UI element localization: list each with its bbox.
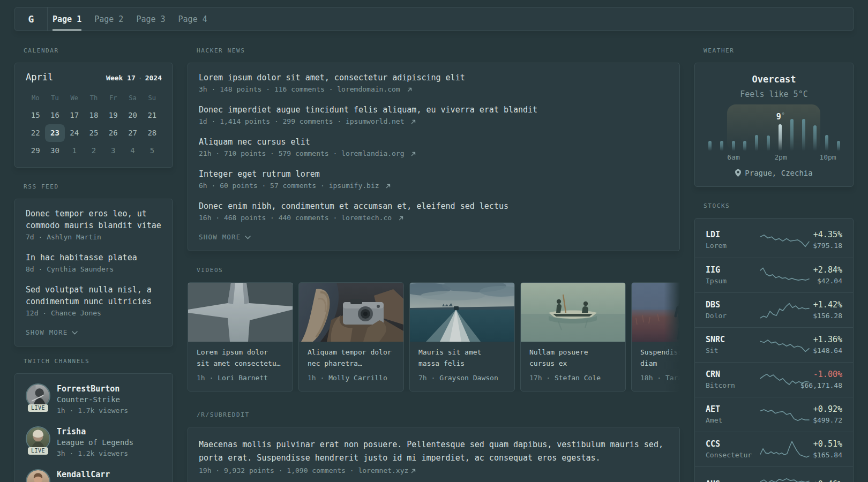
stock-sparkline	[759, 231, 811, 250]
video-author[interactable]: Grayson Dawson	[439, 374, 498, 382]
channel-game[interactable]: League of Legends	[57, 437, 133, 448]
video-author[interactable]: Lori Barnett	[218, 374, 268, 382]
stock-row[interactable]: DBSDolor+1.42%$156.28	[695, 292, 853, 327]
hacker-news-item-source[interactable]: ipsumify.biz	[329, 182, 379, 190]
twitch-channel[interactable]: LIVE KendallCarr	[26, 469, 162, 482]
post-title[interactable]: Maecenas mollis pulvinar erat non posuer…	[199, 438, 669, 465]
calendar-day: 20	[123, 107, 142, 124]
calendar-day: 22	[26, 124, 45, 142]
calendar-day-selected: 23	[45, 124, 64, 142]
channel-game[interactable]: Counter-Strike	[57, 394, 128, 405]
right-column: Weather Overcast Feels like 5°C 9° 6am2p…	[694, 47, 854, 482]
video-body: Mauris sit ametmassa felis 7h · Grayson …	[410, 342, 514, 391]
video-thumbnail[interactable]	[521, 283, 625, 342]
hacker-news-item-source[interactable]: loremdomain.com	[337, 85, 400, 93]
video-thumbnail[interactable]	[188, 283, 293, 342]
video-card[interactable]: Mauris sit ametmassa felis 7h · Grayson …	[409, 282, 515, 391]
video-meta: 17h · Stefan Cole	[529, 373, 617, 383]
avatar-wrap: LIVE	[26, 383, 50, 408]
middle-column: Hacker News Lorem ipsum dolor sit amet, …	[188, 47, 680, 482]
video-body: Aliquam tempor dolornec pharetra… 1h · M…	[299, 342, 403, 391]
hacker-news-item-title[interactable]: Aliquam nec cursus elit	[199, 136, 669, 148]
rss-card: Donec tempor eros leo, ut commodo mauris…	[14, 199, 173, 347]
stock-name: Dolor	[706, 311, 764, 321]
video-thumbnail[interactable]	[632, 283, 680, 342]
twitch-channel[interactable]: LIVE Trisha League of Legends 3h · 1.2k …	[26, 426, 162, 459]
stock-name: Amet	[706, 415, 764, 426]
calendar-week: Week 17	[106, 74, 136, 82]
external-link-icon	[411, 119, 416, 124]
stock-name: Bitcorn	[706, 380, 764, 391]
avatar-wrap: LIVE	[26, 469, 50, 482]
stock-row[interactable]: AHS+0.46%	[695, 466, 853, 482]
hacker-news-item-title[interactable]: Donec imperdiet augue tincidunt felis al…	[199, 104, 669, 116]
stock-row[interactable]: CRNBitcorn-1.00%$66,171.48	[695, 362, 853, 397]
calendar-day: 3	[103, 142, 123, 160]
tab-page-2[interactable]: Page 2	[94, 7, 123, 31]
calendar-widget: Calendar April Week 17·2024 MoTuWeThFrSa…	[14, 47, 173, 168]
weather-bar	[743, 141, 746, 151]
video-card[interactable]: Suspendissediam 18h · Tara	[631, 282, 680, 391]
weather-location[interactable]: Prague, Czechia	[695, 168, 853, 178]
stock-row[interactable]: SNRCSit+1.36%$148.64	[695, 327, 853, 362]
calendar-week-year: Week 17·2024	[106, 74, 162, 82]
left-column: Calendar April Week 17·2024 MoTuWeThFrSa…	[14, 47, 173, 482]
rss-item-title[interactable]: In hac habitasse platea	[26, 252, 162, 263]
post-source[interactable]: loremnet.xyz	[358, 466, 408, 475]
weather-chart: 9°	[695, 104, 853, 151]
channel-name[interactable]: KendallCarr	[57, 469, 110, 480]
hacker-news-item-source[interactable]: loremtech.co	[341, 214, 392, 222]
video-thumbnail[interactable]	[410, 283, 514, 342]
tab-page-4[interactable]: Page 4	[178, 7, 207, 31]
hacker-news-item-title[interactable]: Donec enim nibh, condimentum et accumsan…	[199, 200, 669, 212]
stock-row[interactable]: CCSConsectetur+0.51%$165.84	[695, 432, 853, 466]
rss-show-more[interactable]: Show more	[26, 328, 162, 337]
stock-row[interactable]: IIGIpsum+2.84%$42.04	[695, 258, 853, 292]
rss-item-title[interactable]: Sed volutpat nulla nisl, a condimentum n…	[26, 284, 162, 307]
video-thumbnail[interactable]	[299, 283, 403, 342]
hacker-news-item-meta: 3h · 148 points · 116 comments · loremdo…	[199, 84, 669, 95]
video-body: Nullam posuerecursus ex 17h · Stefan Col…	[521, 342, 625, 391]
avatar-image-trisha	[27, 427, 49, 450]
stock-row[interactable]: AETAmet+0.92%$499.72	[695, 397, 853, 432]
video-title[interactable]: Mauris sit ametmassa felis	[418, 347, 506, 369]
calendar-day: 1	[65, 142, 84, 160]
channel-name[interactable]: ForrestBurton	[57, 383, 128, 394]
calendar-weekday: Fr	[103, 93, 123, 107]
tab-page-3[interactable]: Page 3	[136, 7, 165, 31]
tab-page-1[interactable]: Page 1	[53, 7, 81, 31]
stock-row[interactable]: LDILorem+4.35%$795.18	[695, 223, 853, 258]
hacker-news-item-title[interactable]: Lorem ipsum dolor sit amet, consectetur …	[199, 72, 669, 84]
calendar-day: 30	[45, 142, 64, 160]
hacker-news-item-meta-text: 6h · 60 points · 57 comments ·	[199, 182, 325, 190]
stock-change: +0.46%	[813, 479, 842, 482]
video-author[interactable]: Tara	[665, 374, 680, 382]
weather-bar	[813, 125, 817, 151]
hacker-news-show-more[interactable]: Show more	[199, 232, 669, 242]
channel-meta: 1h · 1.7k viewers	[57, 405, 128, 416]
video-title[interactable]: Nullam posuerecursus ex	[529, 347, 617, 369]
calendar-day: 15	[26, 107, 45, 124]
video-author[interactable]: Molly Carrillo	[328, 374, 387, 382]
video-author[interactable]: Stefan Cole	[555, 374, 601, 382]
weather-bars	[708, 104, 840, 151]
video-card[interactable]: Lorem ipsum dolorsit amet consectetu… 1h…	[188, 282, 293, 391]
rss-item-title[interactable]: Donec tempor eros leo, ut commodo mauris…	[26, 208, 162, 231]
video-title[interactable]: Aliquam tempor dolornec pharetra…	[308, 347, 395, 369]
video-title[interactable]: Suspendissediam	[640, 347, 680, 369]
rss-item-meta-text: 7d · Ashlyn Martin	[26, 233, 101, 241]
hacker-news-item-source[interactable]: ipsumworld.net	[346, 117, 405, 125]
twitch-channel[interactable]: LIVE ForrestBurton Counter-Strike 1h · 1…	[26, 383, 162, 416]
calendar-day: 17	[65, 107, 84, 124]
weather-bar	[767, 135, 770, 151]
channel-name[interactable]: Trisha	[57, 426, 133, 437]
app-logo[interactable]: G	[15, 7, 48, 31]
video-card[interactable]: Aliquam tempor dolornec pharetra… 1h · M…	[298, 282, 404, 391]
sparkline-chart	[759, 231, 811, 250]
video-title[interactable]: Lorem ipsum dolorsit amet consectetu…	[197, 347, 284, 369]
video-card[interactable]: Nullam posuerecursus ex 17h · Stefan Col…	[520, 282, 626, 391]
hacker-news-item-source[interactable]: loremlandia.org	[341, 149, 404, 157]
hacker-news-item-title[interactable]: Integer eget rutrum lorem	[199, 168, 669, 180]
video-title-line1: Nullam posuere	[529, 348, 588, 356]
hacker-news-item-meta: 1d · 1,414 points · 299 comments · ipsum…	[199, 116, 669, 127]
